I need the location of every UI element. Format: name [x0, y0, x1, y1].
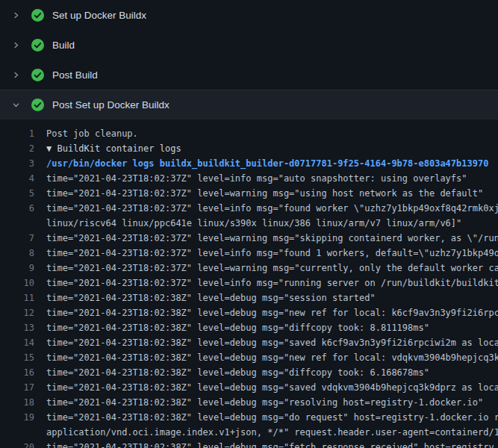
log-line: 12time="2021-04-23T18:02:38Z" level=debu…	[0, 305, 498, 320]
step-label: Build	[52, 40, 75, 51]
log-text: time="2021-04-23T18:02:37Z" level=info m…	[46, 171, 498, 186]
log-text: time="2021-04-23T18:02:37Z" level=warnin…	[46, 261, 498, 276]
log-text: time="2021-04-23T18:02:37Z" level=warnin…	[46, 231, 498, 246]
log-line: 19time="2021-04-23T18:02:38Z" level=debu…	[0, 410, 498, 425]
chevron-right-icon	[10, 11, 22, 19]
log-line: 7time="2021-04-23T18:02:37Z" level=warni…	[0, 231, 498, 246]
step-header-build[interactable]: Build	[0, 30, 498, 60]
line-number[interactable]: 17	[0, 380, 46, 395]
line-number[interactable]: 20	[0, 440, 46, 448]
log-text: application/vnd.oci.image.index.v1+json,…	[46, 425, 498, 440]
log-text: time="2021-04-23T18:02:38Z" level=debug …	[46, 440, 498, 448]
log-body: 1Post job cleanup.2▼ BuildKit container …	[0, 119, 498, 448]
line-number[interactable]: 3	[0, 156, 46, 171]
log-line: 10time="2021-04-23T18:02:37Z" level=info…	[0, 276, 498, 290]
log-line: 13time="2021-04-23T18:02:38Z" level=debu…	[0, 320, 498, 335]
log-text: time="2021-04-23T18:02:37Z" level=info m…	[46, 246, 498, 261]
log-line: 8time="2021-04-23T18:02:37Z" level=info …	[0, 246, 498, 261]
line-number[interactable]: 9	[0, 261, 46, 276]
step-list: Set up Docker Buildx Build P	[0, 0, 498, 448]
log-text: time="2021-04-23T18:02:38Z" level=debug …	[46, 380, 498, 395]
line-number[interactable]: 19	[0, 410, 46, 425]
step-label: Post Build	[52, 69, 98, 81]
log-line: linux/riscv64 linux/ppc641e linux/s390x …	[0, 216, 498, 231]
chevron-right-icon	[10, 71, 22, 79]
line-number[interactable]: 4	[0, 171, 46, 186]
line-number[interactable]: 14	[0, 335, 46, 350]
chevron-right-icon	[10, 41, 22, 49]
line-number[interactable]: 16	[0, 365, 46, 380]
log-text: time="2021-04-23T18:02:38Z" level=debug …	[46, 365, 498, 380]
line-number[interactable]: 6	[0, 201, 46, 216]
log-text: time="2021-04-23T18:02:38Z" level=debug …	[46, 350, 498, 365]
log-line: 5time="2021-04-23T18:02:37Z" level=warni…	[0, 186, 498, 201]
log-text: linux/riscv64 linux/ppc641e linux/s390x …	[46, 216, 498, 231]
line-number[interactable]: 7	[0, 231, 46, 246]
log-text: time="2021-04-23T18:02:37Z" level=info m…	[46, 201, 498, 216]
line-number	[0, 425, 46, 440]
log-line: 11time="2021-04-23T18:02:38Z" level=debu…	[0, 290, 498, 305]
log-line: 15time="2021-04-23T18:02:38Z" level=debu…	[0, 350, 498, 365]
step-header-set-up-docker-buildx[interactable]: Set up Docker Buildx	[0, 0, 498, 30]
step-header-post-set-up-docker-buildx[interactable]: Post Set up Docker Buildx	[0, 90, 498, 119]
log-line: 9time="2021-04-23T18:02:37Z" level=warni…	[0, 261, 498, 276]
log-text: time="2021-04-23T18:02:37Z" level=warnin…	[46, 186, 498, 201]
line-number[interactable]: 5	[0, 186, 46, 201]
log-text: time="2021-04-23T18:02:37Z" level=info m…	[46, 276, 498, 290]
log-line: 20time="2021-04-23T18:02:38Z" level=debu…	[0, 440, 498, 448]
line-number[interactable]: 11	[0, 290, 46, 305]
log-line: 14time="2021-04-23T18:02:38Z" level=debu…	[0, 335, 498, 350]
line-number	[0, 216, 46, 231]
line-number[interactable]: 12	[0, 305, 46, 320]
log-line: 18time="2021-04-23T18:02:38Z" level=debu…	[0, 395, 498, 410]
line-number[interactable]: 8	[0, 246, 46, 261]
log-text: time="2021-04-23T18:02:38Z" level=debug …	[46, 290, 498, 305]
check-circle-icon	[31, 99, 44, 111]
line-number[interactable]: 15	[0, 350, 46, 365]
log-text: time="2021-04-23T18:02:38Z" level=debug …	[46, 320, 498, 335]
line-number[interactable]: 13	[0, 320, 46, 335]
line-number[interactable]: 1	[0, 126, 46, 141]
check-circle-icon	[31, 9, 44, 22]
log-text: /usr/bin/docker logs buildx_buildkit_bui…	[46, 156, 498, 171]
chevron-down-icon	[10, 101, 22, 109]
line-number[interactable]: 18	[0, 395, 46, 410]
log-group-header[interactable]: 2▼ BuildKit container logs	[0, 141, 498, 156]
line-number[interactable]: 2	[0, 141, 46, 156]
log-line: 1Post job cleanup.	[0, 126, 498, 141]
log-text: time="2021-04-23T18:02:38Z" level=debug …	[46, 335, 498, 350]
log-line: 6time="2021-04-23T18:02:37Z" level=info …	[0, 201, 498, 216]
step-label: Set up Docker Buildx	[52, 10, 146, 21]
step-header-post-build[interactable]: Post Build	[0, 60, 498, 90]
log-line: application/vnd.oci.image.index.v1+json,…	[0, 425, 498, 440]
log-text: time="2021-04-23T18:02:38Z" level=debug …	[46, 410, 498, 425]
log-text: time="2021-04-23T18:02:38Z" level=debug …	[46, 305, 498, 320]
check-circle-icon	[31, 69, 44, 81]
log-line: 4time="2021-04-23T18:02:37Z" level=info …	[0, 171, 498, 186]
check-circle-icon	[31, 39, 44, 52]
workflow-job-log-panel: Set up Docker Buildx Build P	[0, 0, 498, 448]
line-number[interactable]: 10	[0, 276, 46, 290]
log-line: 16time="2021-04-23T18:02:38Z" level=debu…	[0, 365, 498, 380]
log-text: time="2021-04-23T18:02:38Z" level=debug …	[46, 395, 498, 410]
log-text: Post job cleanup.	[46, 126, 498, 141]
log-text: ▼ BuildKit container logs	[46, 141, 498, 156]
log-command-line: 3/usr/bin/docker logs buildx_buildkit_bu…	[0, 156, 498, 171]
log-line: 17time="2021-04-23T18:02:38Z" level=debu…	[0, 380, 498, 395]
step-label: Post Set up Docker Buildx	[52, 99, 169, 111]
